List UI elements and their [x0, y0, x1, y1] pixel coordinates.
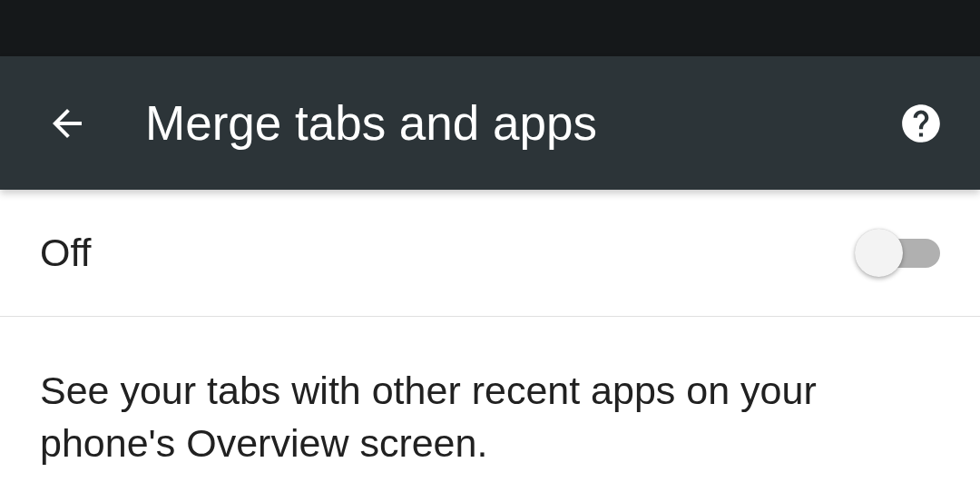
toggle-row[interactable]: Off [0, 190, 980, 317]
back-button[interactable] [45, 102, 89, 145]
toggle-label: Off [40, 231, 858, 275]
page-title: Merge tabs and apps [145, 95, 898, 151]
status-bar [0, 0, 980, 56]
switch-thumb [855, 229, 903, 277]
help-icon [898, 101, 944, 146]
arrow-back-icon [45, 102, 89, 145]
app-bar: Merge tabs and apps [0, 56, 980, 190]
merge-tabs-toggle[interactable] [858, 228, 940, 279]
help-button[interactable] [898, 101, 944, 146]
setting-description: See your tabs with other recent apps on … [0, 317, 980, 469]
